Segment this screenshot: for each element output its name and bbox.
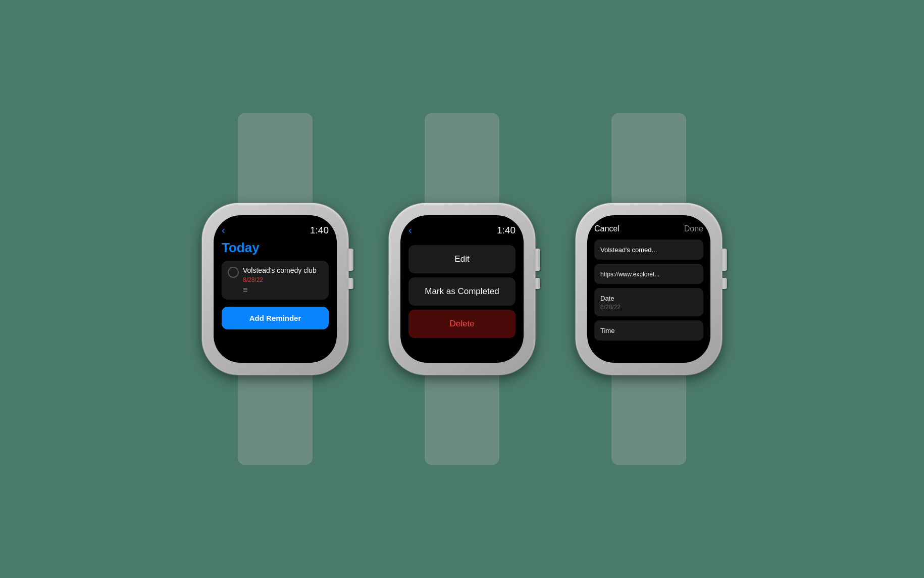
time-field-label: Time xyxy=(600,327,614,334)
date-field[interactable]: Date 8/28/22 xyxy=(594,288,703,316)
screen3-header: Cancel Done xyxy=(594,224,703,233)
screen-today: ‹ 1:40 Today Volstead's comedy club 8/28… xyxy=(214,215,337,363)
add-reminder-button[interactable]: Add Reminder xyxy=(222,307,329,329)
watch-3: Cancel Done Volstead's comed... https://… xyxy=(576,113,722,465)
watch-screen-2: ‹ 1:40 Edit Mark as Completed Delete xyxy=(400,215,524,363)
back-arrow-2[interactable]: ‹ xyxy=(408,224,412,236)
today-title: Today xyxy=(222,240,329,256)
watch-crown-2 xyxy=(534,249,540,271)
screen2-header: ‹ 1:40 xyxy=(408,224,516,236)
watch-crown-1 xyxy=(347,249,353,271)
watch-band-bottom-3 xyxy=(611,374,686,465)
watch-body-3: Cancel Done Volstead's comed... https://… xyxy=(576,203,722,375)
watch-band-top-2 xyxy=(425,113,499,204)
screen-edit-form: Cancel Done Volstead's comed... https://… xyxy=(587,215,710,363)
reminder-card[interactable]: Volstead's comedy club 8/28/22 ≡ xyxy=(222,261,329,300)
title-field[interactable]: Volstead's comed... xyxy=(594,239,703,260)
date-field-value: 8/28/22 xyxy=(600,304,697,311)
watch-band-bottom-2 xyxy=(425,374,499,465)
watch-crown-3 xyxy=(721,249,727,271)
watch-2: ‹ 1:40 Edit Mark as Completed Delete xyxy=(389,113,535,465)
reminder-title: Volstead's comedy club xyxy=(243,266,317,275)
screen-action-menu: ‹ 1:40 Edit Mark as Completed Delete xyxy=(400,215,524,363)
watch-side-button-3 xyxy=(721,278,727,289)
url-field-value: https://www.exploret... xyxy=(600,271,659,278)
watch-body-2: ‹ 1:40 Edit Mark as Completed Delete xyxy=(389,203,535,375)
watch-band-top-3 xyxy=(611,113,686,204)
screen1-header: ‹ 1:40 xyxy=(222,224,329,236)
watch-band-top-1 xyxy=(238,113,313,204)
mark-completed-button[interactable]: Mark as Completed xyxy=(408,277,516,306)
watch-1: ‹ 1:40 Today Volstead's comedy club 8/28… xyxy=(202,113,348,465)
time-display-2: 1:40 xyxy=(497,225,516,236)
title-field-value: Volstead's comed... xyxy=(600,246,657,254)
edit-button[interactable]: Edit xyxy=(408,245,516,273)
done-button[interactable]: Done xyxy=(684,224,703,233)
time-field[interactable]: Time xyxy=(594,320,703,341)
reminder-checkbox[interactable] xyxy=(228,267,239,278)
watch-side-button-1 xyxy=(347,278,353,289)
reminder-notes-icon: ≡ xyxy=(243,285,317,295)
watch-screen-1: ‹ 1:40 Today Volstead's comedy club 8/28… xyxy=(214,215,337,363)
reminder-date: 8/28/22 xyxy=(243,276,317,283)
back-arrow-1[interactable]: ‹ xyxy=(222,224,225,236)
cancel-button[interactable]: Cancel xyxy=(594,224,620,233)
watch-band-bottom-1 xyxy=(238,374,313,465)
time-display-1: 1:40 xyxy=(310,225,329,236)
watch-screen-3: Cancel Done Volstead's comed... https://… xyxy=(587,215,710,363)
delete-button[interactable]: Delete xyxy=(408,310,516,338)
reminder-info: Volstead's comedy club 8/28/22 ≡ xyxy=(243,266,317,295)
date-field-label: Date xyxy=(600,295,614,302)
watch-side-button-2 xyxy=(534,278,540,289)
url-field[interactable]: https://www.exploret... xyxy=(594,264,703,284)
watch-body-1: ‹ 1:40 Today Volstead's comedy club 8/28… xyxy=(202,203,348,375)
